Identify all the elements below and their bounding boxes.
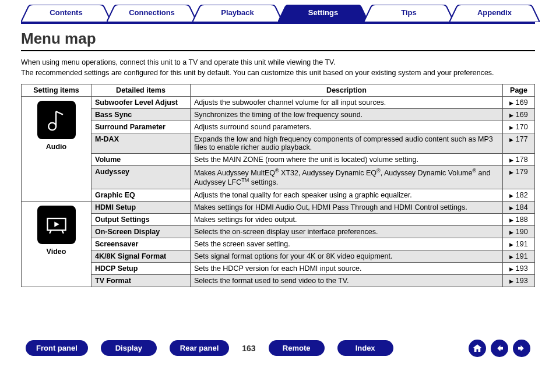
detail-item[interactable]: TV Format [92, 274, 191, 287]
tab-appendix[interactable]: Appendix [449, 5, 540, 22]
table-row: On-Screen DisplaySelects the on-screen d… [22, 225, 535, 238]
table-row: Output SettingsMakes settings for video … [22, 213, 535, 225]
description-cell: Adjusts the subwoofer channel volume for… [191, 97, 503, 109]
table-row: M-DAXExpands the low and high frequency … [22, 133, 535, 154]
page-link[interactable]: ▶ 193 [503, 274, 535, 287]
prev-page-icon[interactable] [491, 340, 508, 357]
page-link[interactable]: ▶ 177 [503, 133, 535, 154]
index-button[interactable]: Index [337, 340, 393, 356]
remote-button[interactable]: Remote [269, 340, 325, 356]
document-page: ContentsConnectionsPlaybackSettingsTipsA… [0, 0, 556, 369]
detail-item[interactable]: Subwoofer Level Adjust [92, 97, 191, 109]
table-row: 4K/8K Signal FormatSets signal format op… [22, 250, 535, 262]
detail-item[interactable]: M-DAX [92, 133, 191, 154]
tab-contents[interactable]: Contents [21, 5, 111, 22]
header-description: Description [191, 84, 503, 97]
tab-connections[interactable]: Connections [107, 5, 197, 22]
menu-map-table: Setting items Detailed items Description… [21, 84, 535, 287]
description-cell: Adjusts surround sound parameters. [191, 121, 503, 133]
detail-item[interactable]: Surround Parameter [92, 121, 191, 133]
tab-label: Connections [129, 8, 175, 17]
tab-label: Tips [401, 8, 417, 17]
detail-item[interactable]: HDMI Setup [92, 201, 191, 213]
page-link[interactable]: ▶ 169 [503, 97, 535, 109]
table-row: VolumeSets the MAIN ZONE (room where the… [22, 154, 535, 166]
table-row: TV FormatSelects the format used to send… [22, 274, 535, 287]
svg-marker-3 [54, 221, 59, 227]
intro-line-1: When using menu operations, connect this… [21, 58, 336, 66]
category-label: Video [25, 248, 87, 256]
tab-playback[interactable]: Playback [192, 5, 283, 22]
header-detailed-items: Detailed items [92, 84, 191, 97]
description-cell: Synchronizes the timing of the low frequ… [191, 109, 503, 121]
detail-item[interactable]: Volume [92, 154, 191, 166]
rear-panel-button[interactable]: Rear panel [170, 340, 229, 356]
description-cell: Selects the format used to send video to… [191, 274, 503, 287]
table-row: ScreensaverSets the screen saver setting… [22, 238, 535, 250]
table-row: AudioSubwoofer Level AdjustAdjusts the s… [22, 97, 535, 109]
description-cell: Sets the MAIN ZONE (room where the unit … [191, 154, 503, 166]
detail-item[interactable]: On-Screen Display [92, 225, 191, 238]
next-page-icon[interactable] [513, 340, 530, 357]
page-link[interactable]: ▶ 182 [503, 189, 535, 201]
category-cell-video: Video [22, 201, 92, 287]
description-cell: Makes settings for HDMI Audio Out, HDMI … [191, 201, 503, 213]
table-header-row: Setting items Detailed items Description… [22, 84, 535, 97]
page-link[interactable]: ▶ 184 [503, 201, 535, 213]
tab-label: Contents [50, 8, 82, 17]
detail-item[interactable]: Audyssey [92, 166, 191, 189]
audio-icon [37, 101, 76, 139]
page-number: 163 [242, 344, 255, 353]
page-link[interactable]: ▶ 191 [503, 238, 535, 250]
page-link[interactable]: ▶ 169 [503, 109, 535, 121]
front-panel-button[interactable]: Front panel [26, 340, 88, 356]
table-row: VideoHDMI SetupMakes settings for HDMI A… [22, 201, 535, 213]
table-row: Surround ParameterAdjusts surround sound… [22, 121, 535, 133]
page-link[interactable]: ▶ 190 [503, 225, 535, 238]
page-link[interactable]: ▶ 193 [503, 262, 535, 274]
category-cell-audio: Audio [22, 97, 92, 201]
description-cell: Selects the on-screen display user inter… [191, 225, 503, 238]
header-setting-items: Setting items [22, 84, 92, 97]
description-cell: Sets the screen saver setting. [191, 238, 503, 250]
page-link[interactable]: ▶ 191 [503, 250, 535, 262]
table-row: Bass SyncSynchronizes the timing of the … [22, 109, 535, 121]
intro-text: When using menu operations, connect this… [21, 57, 535, 78]
detail-item[interactable]: HDCP Setup [92, 262, 191, 274]
display-button[interactable]: Display [101, 340, 157, 356]
detail-item[interactable]: 4K/8K Signal Format [92, 250, 191, 262]
header-page: Page [503, 84, 535, 97]
table-row: AudysseyMakes Audyssey MultEQ® XT32, Aud… [22, 166, 535, 189]
tab-tips[interactable]: Tips [364, 5, 454, 22]
description-cell: Expands the low and high frequency compo… [191, 133, 503, 154]
tab-label: Settings [308, 8, 338, 17]
detail-item[interactable]: Screensaver [92, 238, 191, 250]
page-link[interactable]: ▶ 179 [503, 166, 535, 189]
video-icon [37, 206, 76, 244]
nav-tabs: ContentsConnectionsPlaybackSettingsTipsA… [21, 5, 535, 24]
footer-icons [469, 340, 530, 357]
description-cell: Sets the HDCP version for each HDMI inpu… [191, 262, 503, 274]
home-icon[interactable] [469, 340, 486, 357]
page-link[interactable]: ▶ 188 [503, 213, 535, 225]
tab-label: Playback [221, 8, 254, 17]
detail-item[interactable]: Output Settings [92, 213, 191, 225]
description-cell: Makes Audyssey MultEQ® XT32, Audyssey Dy… [191, 166, 503, 189]
description-cell: Makes settings for video output. [191, 213, 503, 225]
svg-point-0 [48, 123, 56, 130]
page-link[interactable]: ▶ 178 [503, 154, 535, 166]
description-cell: Adjusts the tonal quality for each speak… [191, 189, 503, 201]
detail-item[interactable]: Bass Sync [92, 109, 191, 121]
table-row: Graphic EQAdjusts the tonal quality for … [22, 189, 535, 201]
tab-settings[interactable]: Settings [278, 5, 368, 22]
page-link[interactable]: ▶ 170 [503, 121, 535, 133]
footer-nav: Front panel Display Rear panel 163 Remot… [21, 340, 535, 357]
intro-line-2: The recommended settings are configured … [21, 69, 494, 77]
detail-item[interactable]: Graphic EQ [92, 189, 191, 201]
page-title: Menu map [21, 30, 535, 51]
description-cell: Sets signal format options for your 4K o… [191, 250, 503, 262]
tab-label: Appendix [477, 8, 512, 17]
category-label: Audio [25, 143, 87, 151]
table-row: HDCP SetupSets the HDCP version for each… [22, 262, 535, 274]
